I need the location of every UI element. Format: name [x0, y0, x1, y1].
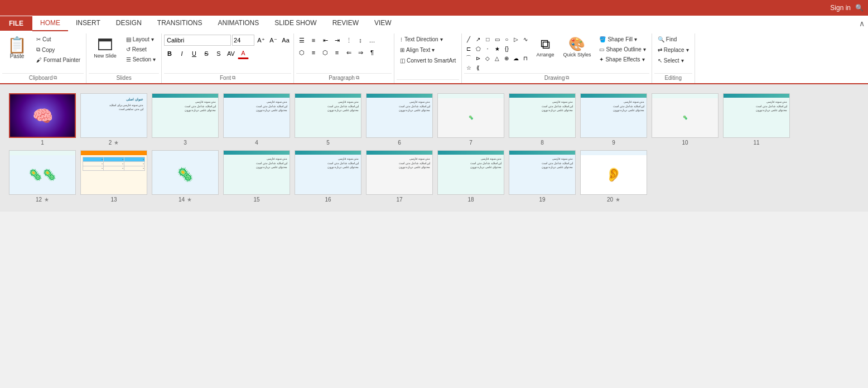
shape-more[interactable]: ▷: [512, 35, 520, 44]
shape-8[interactable]: ⊓: [521, 54, 530, 63]
tab-design[interactable]: DESIGN: [108, 16, 150, 31]
shape-7[interactable]: ☁: [512, 54, 520, 63]
tab-review[interactable]: REVIEW: [325, 16, 367, 31]
decrease-font-button[interactable]: A⁻: [268, 35, 279, 46]
text-direction-button[interactable]: ⫶ Text Direction ▾: [397, 35, 446, 44]
paste-button[interactable]: 📋 Paste: [2, 35, 32, 62]
slide-item[interactable]: متن نمونه فارسیاین اسلاید شامل متن استمح…: [295, 150, 361, 203]
shape-4[interactable]: ◇: [483, 54, 492, 63]
slide-item[interactable]: متن نمونه فارسیاین اسلاید شامل متن استمح…: [223, 150, 290, 203]
reset-button[interactable]: ↺ Reset: [123, 45, 159, 54]
shape-outline-button[interactable]: ▭ Shape Outline ▾: [596, 45, 649, 54]
shape-bracket[interactable]: {}: [502, 44, 511, 53]
slide-item[interactable]: متن نمونه فارسیاین اسلاید شامل متن استمح…: [437, 150, 504, 203]
shape-callout[interactable]: ⬝: [483, 44, 492, 53]
shape-2[interactable]: ⌒: [464, 54, 473, 63]
decrease-indent-button[interactable]: ⇤: [320, 35, 331, 46]
increase-font-button[interactable]: A⁺: [255, 35, 267, 46]
character-spacing-button[interactable]: AV: [225, 48, 237, 59]
shape-rect[interactable]: □: [483, 35, 492, 44]
tab-insert[interactable]: INSERT: [68, 16, 108, 31]
tab-slideshow[interactable]: SLIDE SHOW: [267, 16, 324, 31]
shape-10[interactable]: ⟪: [474, 63, 483, 72]
replace-button[interactable]: ⇄ Replace ▾: [654, 45, 692, 55]
slide-item[interactable]: متن نمونه فارسیاین اسلاید شامل متن استمح…: [509, 93, 576, 146]
tab-home[interactable]: HOME: [32, 16, 68, 31]
slide-item[interactable]: 🦠10: [652, 93, 718, 146]
font-size-input[interactable]: [232, 35, 254, 46]
slide-item[interactable]: متن نمونه فارسیاین اسلاید شامل متن استمح…: [366, 150, 433, 203]
ltr-button[interactable]: ⇒: [355, 47, 366, 58]
convert-smartart-button[interactable]: ◫ Convert to SmartArt: [397, 56, 459, 65]
text-shadow-button[interactable]: S: [213, 48, 224, 59]
copy-button[interactable]: ⧉ Copy: [33, 45, 84, 55]
slide-item[interactable]: متن نمونه فارسیاین اسلاید شامل متن استمح…: [723, 93, 790, 146]
italic-button[interactable]: I: [176, 48, 187, 59]
slide-item[interactable]: 🦠14★: [152, 150, 219, 203]
drawing-expand-icon[interactable]: ⧉: [566, 75, 569, 81]
shape-arrow[interactable]: ↗: [474, 35, 483, 44]
align-right-button[interactable]: ⬡: [320, 47, 331, 58]
font-family-input[interactable]: [164, 35, 231, 46]
shape-6[interactable]: ⊕: [502, 54, 511, 63]
para-settings-button[interactable]: ¶: [367, 47, 378, 58]
numbering-button[interactable]: ≡: [308, 35, 319, 46]
shape-line[interactable]: ╱: [464, 35, 473, 44]
tab-animations[interactable]: ANIMATIONS: [210, 16, 267, 31]
align-left-button[interactable]: ⬡: [296, 47, 307, 58]
slide-item[interactable]: 🦠🦠12★: [9, 150, 76, 203]
slide-item[interactable]: متن نمونه فارسیاین اسلاید شامل متن استمح…: [580, 93, 647, 146]
shape-fill-button[interactable]: 🪣 Shape Fill ▾: [596, 35, 649, 44]
justify-button[interactable]: ≡: [331, 47, 343, 58]
strikethrough-button[interactable]: S: [201, 48, 212, 59]
sign-in-link[interactable]: Sign in: [830, 4, 851, 12]
slide-item[interactable]: 👂20★: [580, 150, 647, 203]
find-button[interactable]: 🔍 Find: [654, 35, 680, 44]
tab-transitions[interactable]: TRANSITIONS: [150, 16, 210, 31]
align-text-button[interactable]: ⊞ Align Text ▾: [397, 45, 438, 55]
increase-indent-button[interactable]: ⇥: [331, 35, 343, 46]
shape-oval[interactable]: ○: [502, 35, 511, 44]
new-slide-button[interactable]: 🗖 New Slide: [89, 35, 122, 61]
slide-item[interactable]: عنوان اصلیمتن نمونه فارسی برای اسلایداین…: [80, 93, 147, 146]
font-color-button[interactable]: A: [238, 48, 249, 59]
shape-pentagon[interactable]: ⬠: [474, 44, 483, 53]
slide-item[interactable]: ▪▪▪▪▪▪▪▪▪13: [80, 150, 147, 203]
slide-item[interactable]: متن نمونه فارسیاین اسلاید شامل متن استمح…: [295, 93, 361, 146]
tab-file[interactable]: FILE: [0, 16, 32, 31]
shape-star[interactable]: ★: [493, 44, 501, 53]
change-case-button[interactable]: Aa: [280, 35, 291, 46]
align-center-button[interactable]: ≡: [308, 47, 319, 58]
slide-item[interactable]: متن نمونه فارسیاین اسلاید شامل متن استمح…: [223, 93, 290, 146]
para-more-button[interactable]: …: [367, 35, 378, 46]
slide-item[interactable]: متن نمونه فارسیاین اسلاید شامل متن استمح…: [509, 150, 576, 203]
shape-5[interactable]: △: [493, 54, 501, 63]
slide-item[interactable]: 🦠7: [437, 93, 504, 146]
shape-9[interactable]: ☆: [464, 63, 473, 72]
slide-item[interactable]: 🧠1: [9, 93, 76, 146]
shape-effects-button[interactable]: ✦ Shape Effects ▾: [596, 55, 649, 64]
layout-button[interactable]: ▤ Layout ▾: [123, 35, 159, 44]
tab-view[interactable]: VIEW: [367, 16, 399, 31]
clipboard-expand-icon[interactable]: ⧉: [54, 75, 57, 81]
format-painter-button[interactable]: 🖌 Format Painter: [33, 55, 84, 65]
paragraph-expand-icon[interactable]: ⧉: [356, 75, 359, 81]
collapse-ribbon-button[interactable]: ∧: [856, 18, 868, 29]
bullets-button[interactable]: ☰: [296, 35, 307, 46]
line-spacing-button[interactable]: ↕: [355, 35, 366, 46]
cut-button[interactable]: ✂ Cut: [33, 35, 84, 44]
shape-3[interactable]: ⊳: [474, 54, 483, 63]
font-expand-icon[interactable]: ⧉: [232, 75, 235, 81]
select-button[interactable]: ↖ Select ▾: [654, 56, 687, 65]
rtl-button[interactable]: ⇐: [343, 47, 354, 58]
underline-button[interactable]: U: [189, 48, 200, 59]
search-icon[interactable]: 🔍: [855, 4, 864, 12]
section-button[interactable]: ☰ Section ▾: [123, 55, 159, 64]
columns-button[interactable]: ⋮: [343, 35, 354, 46]
slide-item[interactable]: متن نمونه فارسیاین اسلاید شامل متن استمح…: [366, 93, 433, 146]
shape-curve[interactable]: ∿: [521, 35, 530, 44]
shape-connect[interactable]: ⊏: [464, 44, 473, 53]
shape-rounded-rect[interactable]: ▭: [493, 35, 501, 44]
bold-button[interactable]: B: [164, 48, 175, 59]
slide-item[interactable]: متن نمونه فارسیاین اسلاید شامل متن استمح…: [152, 93, 219, 146]
